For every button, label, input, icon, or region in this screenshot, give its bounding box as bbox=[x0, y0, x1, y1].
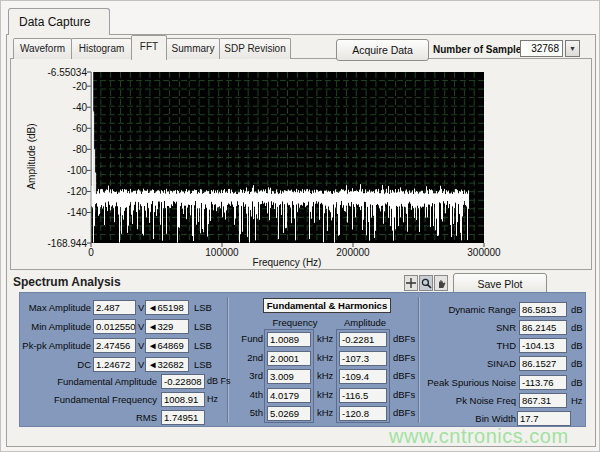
y-tick-label: -120 bbox=[27, 186, 87, 197]
x-tick-label: 300000 bbox=[454, 247, 514, 258]
bin-width-value: 17.7 bbox=[517, 411, 571, 426]
sinad-label: SINAD bbox=[418, 358, 516, 369]
dc-label: DC bbox=[11, 359, 91, 370]
acquire-data-button[interactable]: Acquire Data bbox=[336, 39, 429, 61]
max-amplitude-lsb: ◄65198 bbox=[145, 300, 189, 315]
samples-combobox-field[interactable]: 32768 bbox=[520, 40, 563, 57]
harmonic-amp-unit: dBFs bbox=[393, 352, 415, 363]
harmonic-row-name: 5th bbox=[229, 407, 263, 418]
pk-noise-freq-value: 867.31 bbox=[519, 393, 567, 408]
dynamic-range-value: 86.5813 bbox=[519, 302, 567, 317]
dynamic-range-label: Dynamic Range bbox=[418, 304, 516, 315]
dc-lsb-unit: LSB bbox=[194, 359, 212, 370]
harmonic-freq-unit: kHz bbox=[317, 352, 333, 363]
tab-fft[interactable]: FFT bbox=[131, 35, 167, 60]
dc-value: 1.24672 bbox=[93, 357, 136, 372]
move-tool-button[interactable] bbox=[404, 275, 418, 291]
pk-noise-freq-unit: Hz bbox=[571, 395, 583, 406]
harmonic-amp: -116.5 bbox=[339, 388, 387, 403]
min-amplitude-unit: V bbox=[138, 321, 144, 332]
y-tick-label: -20 bbox=[27, 81, 87, 92]
min-amplitude-lsb: ◄329 bbox=[145, 319, 189, 334]
dynamic-range-unit: dB bbox=[571, 304, 583, 315]
harmonic-amp: -0.2281 bbox=[339, 332, 387, 347]
harmonic-amp-unit: dBFs bbox=[393, 370, 415, 381]
harmonic-freq-unit: kHz bbox=[317, 389, 333, 400]
harmonic-freq: 4.0179 bbox=[267, 388, 311, 403]
samples-dropdown-button[interactable]: ▼ bbox=[565, 40, 580, 57]
fundamental-frequency-unit: Hz bbox=[207, 394, 218, 404]
tab-waveform[interactable]: Waveform bbox=[13, 38, 72, 59]
tab-sdp-revision[interactable]: SDP Revision bbox=[219, 38, 291, 59]
tab-histogram-label: Histogram bbox=[79, 43, 125, 54]
pan-tool-button[interactable] bbox=[434, 275, 448, 291]
dc-lsb: ◄32682 bbox=[145, 357, 189, 372]
data-capture-tab-label: Data Capture bbox=[19, 15, 90, 29]
harmonic-freq-unit: kHz bbox=[317, 407, 333, 418]
harmonic-amp-unit: dBFs bbox=[393, 407, 415, 418]
dc-unit: V bbox=[138, 359, 144, 370]
fundamental-frequency-label: Fundamental Frequency bbox=[19, 394, 157, 405]
fundamental-amplitude-value: -0.22808 bbox=[161, 374, 205, 389]
tab-summary[interactable]: Summary bbox=[166, 38, 220, 59]
harmonic-freq: 1.0089 bbox=[267, 332, 311, 347]
thd-label: THD bbox=[418, 340, 516, 351]
pkpk-amplitude-value: 2.47456 bbox=[93, 338, 136, 353]
fundamental-amplitude-label: Fundamental Amplitude bbox=[19, 376, 157, 387]
thd-value: -104.13 bbox=[519, 338, 567, 353]
tab-summary-label: Summary bbox=[172, 43, 215, 54]
min-amplitude-label: Min Amplitude bbox=[11, 321, 91, 332]
pkpk-amplitude-lsb-unit: LSB bbox=[194, 340, 212, 351]
max-amplitude-unit: V bbox=[138, 302, 144, 313]
rms-value: 1.74951 bbox=[161, 410, 205, 425]
max-amplitude-lsb-unit: LSB bbox=[194, 302, 212, 313]
app-window: Data Capture Waveform Histogram FFT Summ… bbox=[0, 0, 600, 452]
harmonic-amp: -120.8 bbox=[339, 406, 387, 421]
crosshair-icon bbox=[406, 278, 416, 288]
thd-unit: dB bbox=[571, 340, 583, 351]
harmonic-row-name: 2nd bbox=[229, 352, 263, 363]
spectrum-analysis-heading: Spectrum Analysis bbox=[13, 275, 121, 289]
number-of-samples-label: Number of Samples bbox=[433, 44, 527, 55]
peak-spurious-noise-value: -113.76 bbox=[519, 375, 567, 390]
watermark: www.cntronics.com bbox=[389, 425, 569, 448]
tab-histogram[interactable]: Histogram bbox=[71, 38, 132, 59]
y-tick-label: -80 bbox=[27, 144, 87, 155]
snr-unit: dB bbox=[571, 322, 583, 333]
max-amplitude-label: Max Amplitude bbox=[11, 302, 91, 313]
save-plot-label: Save Plot bbox=[478, 278, 523, 290]
sinad-value: 86.1527 bbox=[519, 356, 567, 371]
fundamental-amplitude-unit: dB Fs bbox=[207, 376, 231, 386]
tab-fft-label: FFT bbox=[140, 41, 158, 52]
y-tick-label: -60 bbox=[27, 123, 87, 134]
x-axis-title: Frequency (Hz) bbox=[207, 257, 367, 268]
tab-data-capture[interactable]: Data Capture bbox=[8, 8, 110, 35]
harmonic-freq-unit: kHz bbox=[317, 370, 333, 381]
harmonic-freq-unit: kHz bbox=[317, 333, 333, 344]
harmonic-row-name: 3rd bbox=[229, 370, 263, 381]
snr-value: 86.2145 bbox=[519, 320, 567, 335]
harmonic-freq: 3.009 bbox=[267, 369, 311, 384]
max-amplitude-value: 2.487 bbox=[93, 300, 136, 315]
fft-plot[interactable] bbox=[86, 67, 489, 249]
tab-waveform-label: Waveform bbox=[20, 43, 65, 54]
harmonic-freq: 5.0269 bbox=[267, 406, 311, 421]
rms-label: RMS bbox=[19, 412, 157, 423]
snr-label: SNR bbox=[418, 322, 516, 333]
harmonic-amp: -109.4 bbox=[339, 369, 387, 384]
pkpk-amplitude-unit: V bbox=[138, 340, 144, 351]
harmonics-title: Fundamental & Harmonics bbox=[263, 298, 391, 313]
harmonics-amplitude-header: Amplitude bbox=[337, 317, 393, 328]
x-tick-label: 0 bbox=[61, 247, 121, 258]
harmonic-row-name: Fund bbox=[229, 333, 263, 344]
tab-sdp-revision-label: SDP Revision bbox=[224, 43, 286, 54]
samples-value: 32768 bbox=[531, 43, 559, 54]
min-amplitude-lsb-unit: LSB bbox=[194, 321, 212, 332]
zoom-tool-button[interactable] bbox=[419, 275, 433, 291]
min-amplitude-value: 0.012550 bbox=[93, 319, 136, 334]
pk-noise-freq-label: Pk Noise Freq bbox=[418, 395, 516, 406]
peak-spurious-noise-unit: dB bbox=[571, 377, 583, 388]
dropdown-arrow-icon: ▼ bbox=[569, 45, 576, 52]
harmonic-amp: -107.3 bbox=[339, 351, 387, 366]
peak-spurious-noise-label: Peak Spurious Noise bbox=[418, 377, 516, 388]
